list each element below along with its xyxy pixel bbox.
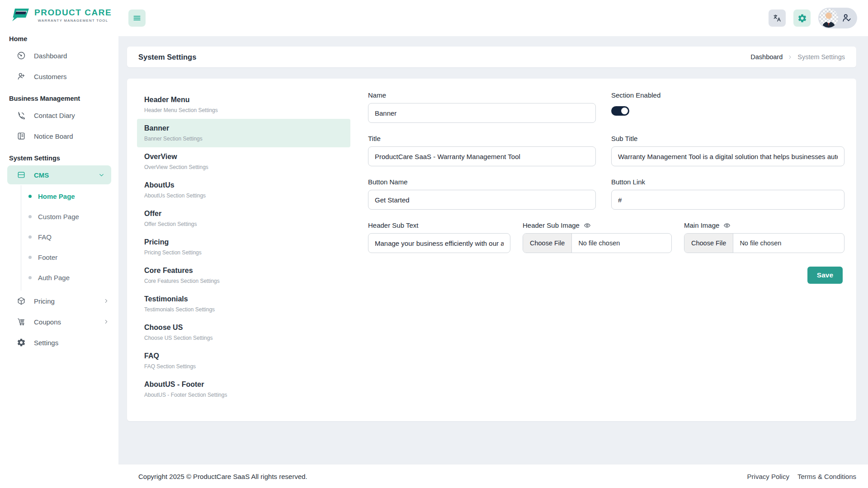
sidebar-item-dashboard[interactable]: Dashboard <box>0 45 118 66</box>
sidebar-subitem-auth-page[interactable]: Auth Page <box>21 267 118 288</box>
sidebar-item-notice-board[interactable]: Notice Board <box>0 126 118 146</box>
topbar <box>118 0 868 36</box>
nav-section-business: Business Management <box>0 87 118 105</box>
language-button[interactable] <box>769 9 786 27</box>
dashboard-icon <box>17 51 26 60</box>
avatar <box>819 9 838 28</box>
page-footer: Copyright 2025 © ProductCare SaaS All ri… <box>118 465 868 488</box>
sidebar-item-settings[interactable]: Settings <box>0 332 118 353</box>
privacy-policy-link[interactable]: Privacy Policy <box>747 473 789 480</box>
sidebar-subitem-custom-page[interactable]: Custom Page <box>21 206 118 227</box>
settings-card: Header Menu Header Menu Section Settings… <box>127 79 856 421</box>
sidebar-subitem-label: Footer <box>38 253 57 261</box>
header-sub-image-file-input: Choose File No file chosen <box>523 233 672 253</box>
eye-icon[interactable] <box>584 222 591 229</box>
sidebar-subitem-faq[interactable]: FAQ <box>21 227 118 247</box>
section-enabled-toggle[interactable] <box>611 106 629 116</box>
terms-conditions-link[interactable]: Terms & Conditions <box>797 473 856 480</box>
section-item-overview[interactable]: OverView OverView Section Settings <box>137 147 350 176</box>
title-label: Title <box>368 135 596 142</box>
section-item-core-features[interactable]: Core Features Core Features Section Sett… <box>137 261 350 290</box>
section-item-title: Offer <box>144 209 343 218</box>
section-item-title: Core Features <box>144 266 343 275</box>
bullet-icon <box>28 276 32 279</box>
section-item-faq[interactable]: FAQ FAQ Section Settings <box>137 347 350 375</box>
section-item-subtitle: Pricing Section Settings <box>144 249 343 256</box>
header-sub-text-input[interactable] <box>368 233 510 253</box>
breadcrumb-dashboard[interactable]: Dashboard <box>750 53 783 61</box>
sidebar-item-label: Notice Board <box>34 132 73 140</box>
section-item-title: AboutUS - Footer <box>144 380 343 389</box>
section-item-aboutus-footer[interactable]: AboutUS - Footer AboutUS - Footer Sectio… <box>137 375 350 404</box>
hamburger-icon <box>132 14 142 23</box>
person-check-icon <box>842 13 852 23</box>
section-item-aboutus[interactable]: AboutUs AboutUs Section Settings <box>137 176 350 204</box>
section-item-banner[interactable]: Banner Banner Section Settings <box>137 119 350 147</box>
section-item-pricing[interactable]: Pricing Pricing Section Settings <box>137 233 350 261</box>
section-enabled-label: Section Enabled <box>611 91 844 99</box>
eye-icon[interactable] <box>723 222 731 229</box>
pricing-icon <box>17 296 26 305</box>
sidebar-item-label: Settings <box>34 339 58 347</box>
section-item-title: Header Menu <box>144 95 343 104</box>
sidebar-toggle-button[interactable] <box>128 9 146 27</box>
nav-section-system-settings: System Settings <box>0 146 118 164</box>
button-name-label: Button Name <box>368 178 596 186</box>
name-input[interactable] <box>368 103 596 123</box>
main-content: System Settings Dashboard System Setting… <box>118 36 868 465</box>
section-item-subtitle: AboutUS - Footer Section Settings <box>144 392 343 399</box>
chevron-right-icon <box>103 319 109 325</box>
page-header: System Settings Dashboard System Setting… <box>127 47 856 67</box>
section-item-subtitle: OverView Section Settings <box>144 164 343 171</box>
sidebar-subitem-footer[interactable]: Footer <box>21 247 118 267</box>
main-image-choose-file-button[interactable]: Choose File <box>684 234 733 253</box>
section-item-subtitle: Banner Section Settings <box>144 136 343 142</box>
sidebar-item-cms[interactable]: CMS <box>7 165 111 184</box>
section-item-title: Banner <box>144 124 343 133</box>
section-item-offer[interactable]: Offer Offer Section Settings <box>137 204 350 233</box>
settings-quick-button[interactable] <box>793 9 811 27</box>
cms-icon <box>17 170 26 179</box>
chevron-right-icon <box>103 298 109 304</box>
section-item-header-menu[interactable]: Header Menu Header Menu Section Settings <box>137 90 350 119</box>
user-menu[interactable] <box>818 8 857 28</box>
header-sub-image-choose-file-button[interactable]: Choose File <box>523 234 572 253</box>
sidebar-item-label: Coupons <box>34 318 95 326</box>
bullet-icon <box>28 195 32 198</box>
section-item-testimonials[interactable]: Testimonials Testimonials Section Settin… <box>137 290 350 318</box>
section-item-title: FAQ <box>144 352 343 361</box>
section-item-subtitle: Choose US Section Settings <box>144 335 343 342</box>
sidebar-item-coupons[interactable]: Coupons <box>0 311 118 332</box>
coupons-icon <box>17 317 26 326</box>
save-button[interactable]: Save <box>807 267 843 284</box>
notice-board-icon <box>17 131 26 141</box>
translate-icon <box>773 14 782 23</box>
brand-logo[interactable]: PRODUCT CARE WARRANTY MANAGEMENT TOOL <box>0 0 118 27</box>
sidebar-subitem-label: Custom Page <box>38 213 79 221</box>
bullet-icon <box>28 215 32 218</box>
copyright-text: Copyright 2025 © ProductCare SaaS All ri… <box>138 473 307 480</box>
button-link-input[interactable] <box>611 190 844 210</box>
page-title: System Settings <box>138 53 196 61</box>
sidebar-subitem-label: FAQ <box>38 233 52 241</box>
section-item-choose-us[interactable]: Choose US Choose US Section Settings <box>137 318 350 347</box>
sub-title-input[interactable] <box>611 146 844 166</box>
sidebar-subitem-home-page[interactable]: Home Page <box>21 186 118 206</box>
nav-section-home: Home <box>0 27 118 45</box>
section-item-title: AboutUs <box>144 181 343 190</box>
section-item-title: Pricing <box>144 238 343 247</box>
chevron-down-icon <box>98 172 105 178</box>
sidebar-item-customers[interactable]: Customers <box>0 66 118 87</box>
sidebar-item-contact-diary[interactable]: Contact Diary <box>0 105 118 126</box>
sidebar-item-pricing[interactable]: Pricing <box>0 291 118 311</box>
toggle-knob-icon <box>621 108 628 114</box>
sub-title-label: Sub Title <box>611 135 844 142</box>
title-input[interactable] <box>368 146 596 166</box>
button-link-label: Button Link <box>611 178 844 186</box>
main-image-file-status: No file chosen <box>733 239 781 247</box>
section-item-title: Testimonials <box>144 295 343 304</box>
button-name-input[interactable] <box>368 190 596 210</box>
section-item-subtitle: Offer Section Settings <box>144 221 343 228</box>
sidebar-item-label: Dashboard <box>34 52 67 60</box>
sidebar-subitem-label: Home Page <box>38 192 75 200</box>
